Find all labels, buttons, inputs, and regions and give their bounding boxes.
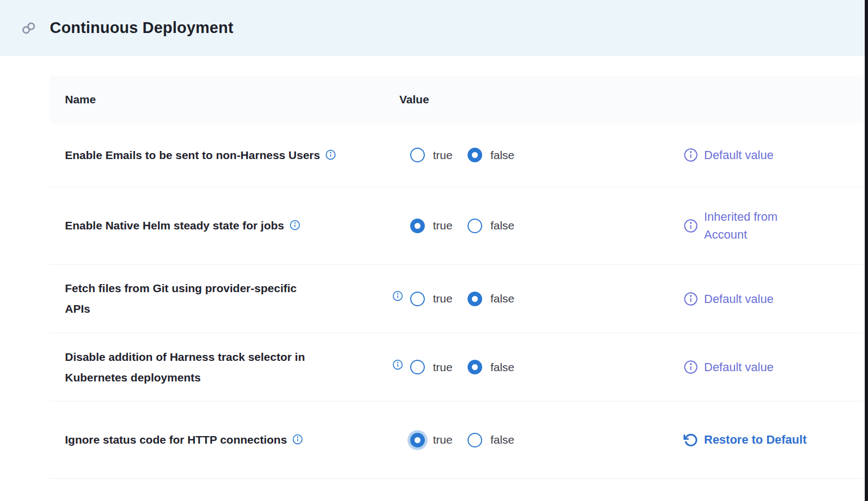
status-label: Default value <box>704 146 773 164</box>
table-row: Enable Native Helm steady state for jobs… <box>50 187 864 265</box>
restore-label: Restore to Default <box>704 433 806 447</box>
page-title: Continuous Deployment <box>50 19 233 37</box>
table-row: Fetch files from Git using provider-spec… <box>50 265 864 333</box>
radio-false-label: false <box>490 292 514 305</box>
setting-name: Fetch files from Git using provider-spec… <box>65 282 297 315</box>
radio-true[interactable] <box>410 292 425 306</box>
setting-name-cell: Enable Native Helm steady state for jobs <box>50 215 382 236</box>
info-icon[interactable] <box>325 149 336 160</box>
radio-false[interactable] <box>468 219 482 233</box>
table-row: Disable addition of Harness track select… <box>50 333 864 401</box>
setting-status-cell: Inherited from Account <box>679 208 864 243</box>
radio-false[interactable] <box>468 360 482 374</box>
setting-name-cell: Enable Emails to be sent to non-Harness … <box>50 145 382 166</box>
info-icon[interactable] <box>392 359 403 370</box>
radio-false-label: false <box>490 433 514 446</box>
info-icon[interactable] <box>392 291 403 301</box>
info-icon[interactable] <box>290 220 300 230</box>
setting-value-cell: true false <box>382 219 679 233</box>
radio-option-true[interactable]: true <box>410 433 452 447</box>
radio-false[interactable] <box>468 433 482 447</box>
status-label: Default value <box>704 290 773 308</box>
radio-option-true[interactable]: true <box>410 292 452 306</box>
radio-true[interactable] <box>410 360 425 374</box>
table-header-row: Name Value <box>50 76 864 123</box>
radio-true-label: true <box>433 361 452 374</box>
right-edge-panel <box>865 0 868 501</box>
table-rows: Enable Emails to be sent to non-Harness … <box>50 123 864 479</box>
info-icon[interactable] <box>292 434 303 445</box>
column-header-value: Value <box>382 93 679 106</box>
setting-value-cell: true false <box>382 360 679 374</box>
status-default: Default value <box>683 146 773 164</box>
radio-option-false[interactable]: false <box>468 219 514 233</box>
settings-table: Name Value Enable Emails to be sent to n… <box>50 76 864 479</box>
status-default: Default value <box>683 358 773 376</box>
radio-true-label: true <box>433 433 452 446</box>
radio-option-true[interactable]: true <box>410 148 452 162</box>
radio-option-false[interactable]: false <box>468 433 514 447</box>
setting-status-cell: Default value <box>679 290 864 308</box>
radio-true-label: true <box>433 219 452 232</box>
radio-true[interactable] <box>410 433 425 447</box>
setting-value-cell: true false <box>382 433 679 447</box>
status-label: Default value <box>704 358 773 376</box>
radio-option-true[interactable]: true <box>410 219 452 233</box>
status-default: Default value <box>683 290 773 308</box>
radio-option-false[interactable]: false <box>468 148 514 162</box>
radio-true[interactable] <box>410 148 425 162</box>
info-icon[interactable] <box>683 292 698 306</box>
setting-status-cell: Restore to Default <box>679 433 864 447</box>
setting-name-cell: Disable addition of Harness track select… <box>50 347 382 388</box>
setting-name: Enable Emails to be sent to non-Harness … <box>65 149 320 161</box>
setting-name: Ignore status code for HTTP connections <box>65 433 287 446</box>
settings-page: Continuous Deployment Name Value Enable … <box>0 0 868 501</box>
radio-option-false[interactable]: false <box>468 360 514 374</box>
setting-name: Disable addition of Harness track select… <box>65 351 305 384</box>
setting-name-cell: Ignore status code for HTTP connections <box>50 430 382 450</box>
setting-value-cell: true false <box>382 148 679 162</box>
status-label: Inherited from Account <box>704 208 820 243</box>
table-row: Ignore status code for HTTP connections … <box>50 401 864 479</box>
setting-name: Enable Native Helm steady state for jobs <box>65 219 284 232</box>
radio-true-label: true <box>433 149 452 162</box>
radio-false-label: false <box>490 219 514 232</box>
radio-false-label: false <box>490 149 514 162</box>
radio-option-true[interactable]: true <box>410 360 452 374</box>
section-header: Continuous Deployment <box>0 0 868 56</box>
link-icon[interactable] <box>21 20 37 36</box>
info-icon[interactable] <box>683 360 698 374</box>
setting-status-cell: Default value <box>679 358 864 376</box>
info-icon[interactable] <box>683 148 698 162</box>
info-icon[interactable] <box>683 219 698 233</box>
status-default: Inherited from Account <box>683 208 820 243</box>
table-row: Enable Emails to be sent to non-Harness … <box>50 123 864 187</box>
radio-false[interactable] <box>468 148 482 162</box>
radio-false[interactable] <box>468 292 482 306</box>
status-restore[interactable]: Restore to Default <box>683 433 806 447</box>
radio-option-false[interactable]: false <box>468 292 514 306</box>
column-header-name: Name <box>50 93 382 106</box>
radio-true-label: true <box>433 292 452 305</box>
radio-true[interactable] <box>410 219 425 233</box>
restore-icon[interactable] <box>683 433 698 447</box>
radio-false-label: false <box>490 361 514 374</box>
setting-name-cell: Fetch files from Git using provider-spec… <box>50 278 382 319</box>
setting-status-cell: Default value <box>679 146 864 164</box>
setting-value-cell: true false <box>382 292 679 306</box>
